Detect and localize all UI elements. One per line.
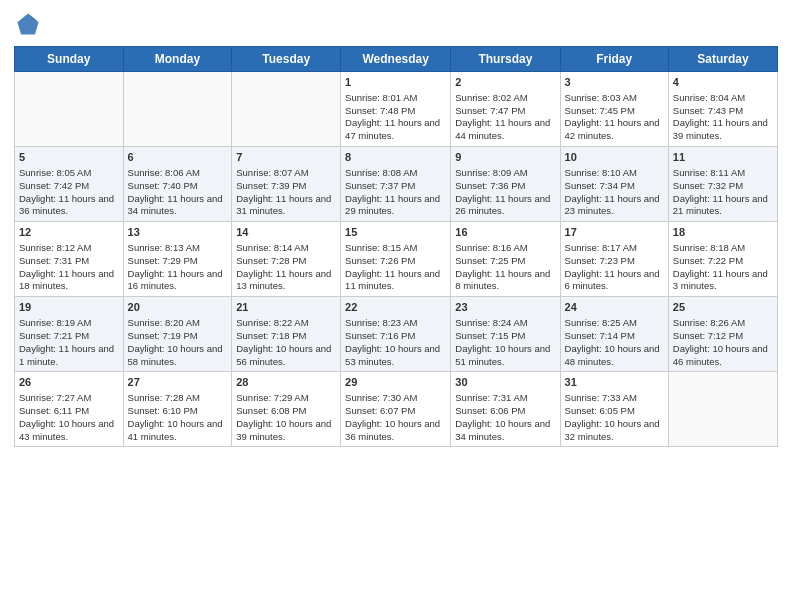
day-number: 6 bbox=[128, 150, 228, 165]
daylight-text: Daylight: 11 hours and 31 minutes. bbox=[236, 193, 336, 219]
sunrise-text: Sunrise: 8:03 AM bbox=[565, 92, 664, 105]
day-number: 15 bbox=[345, 225, 446, 240]
sunrise-text: Sunrise: 8:02 AM bbox=[455, 92, 555, 105]
sunset-text: Sunset: 7:28 PM bbox=[236, 255, 336, 268]
daylight-text: Daylight: 11 hours and 6 minutes. bbox=[565, 268, 664, 294]
daylight-text: Daylight: 10 hours and 36 minutes. bbox=[345, 418, 446, 444]
sunrise-text: Sunrise: 8:06 AM bbox=[128, 167, 228, 180]
calendar-cell: 9Sunrise: 8:09 AMSunset: 7:36 PMDaylight… bbox=[451, 147, 560, 222]
daylight-text: Daylight: 11 hours and 18 minutes. bbox=[19, 268, 119, 294]
daylight-text: Daylight: 11 hours and 16 minutes. bbox=[128, 268, 228, 294]
daylight-text: Daylight: 11 hours and 42 minutes. bbox=[565, 117, 664, 143]
day-number: 17 bbox=[565, 225, 664, 240]
sunset-text: Sunset: 7:36 PM bbox=[455, 180, 555, 193]
sunrise-text: Sunrise: 8:14 AM bbox=[236, 242, 336, 255]
calendar-cell: 30Sunrise: 7:31 AMSunset: 6:06 PMDayligh… bbox=[451, 372, 560, 447]
calendar-cell bbox=[15, 72, 124, 147]
calendar-cell: 28Sunrise: 7:29 AMSunset: 6:08 PMDayligh… bbox=[232, 372, 341, 447]
daylight-text: Daylight: 10 hours and 51 minutes. bbox=[455, 343, 555, 369]
sunset-text: Sunset: 6:11 PM bbox=[19, 405, 119, 418]
sunrise-text: Sunrise: 8:17 AM bbox=[565, 242, 664, 255]
sunset-text: Sunset: 6:10 PM bbox=[128, 405, 228, 418]
calendar-cell: 4Sunrise: 8:04 AMSunset: 7:43 PMDaylight… bbox=[668, 72, 777, 147]
sunrise-text: Sunrise: 8:13 AM bbox=[128, 242, 228, 255]
sunrise-text: Sunrise: 8:16 AM bbox=[455, 242, 555, 255]
sunrise-text: Sunrise: 8:09 AM bbox=[455, 167, 555, 180]
daylight-text: Daylight: 10 hours and 58 minutes. bbox=[128, 343, 228, 369]
sunset-text: Sunset: 7:21 PM bbox=[19, 330, 119, 343]
daylight-text: Daylight: 11 hours and 47 minutes. bbox=[345, 117, 446, 143]
day-number: 12 bbox=[19, 225, 119, 240]
calendar-cell: 17Sunrise: 8:17 AMSunset: 7:23 PMDayligh… bbox=[560, 222, 668, 297]
sunrise-text: Sunrise: 7:29 AM bbox=[236, 392, 336, 405]
sunset-text: Sunset: 7:12 PM bbox=[673, 330, 773, 343]
daylight-text: Daylight: 11 hours and 11 minutes. bbox=[345, 268, 446, 294]
sunset-text: Sunset: 7:37 PM bbox=[345, 180, 446, 193]
daylight-text: Daylight: 11 hours and 26 minutes. bbox=[455, 193, 555, 219]
daylight-text: Daylight: 10 hours and 56 minutes. bbox=[236, 343, 336, 369]
sunset-text: Sunset: 7:23 PM bbox=[565, 255, 664, 268]
sunrise-text: Sunrise: 8:12 AM bbox=[19, 242, 119, 255]
sunrise-text: Sunrise: 8:22 AM bbox=[236, 317, 336, 330]
weekday-header-monday: Monday bbox=[123, 47, 232, 72]
day-number: 13 bbox=[128, 225, 228, 240]
sunrise-text: Sunrise: 7:30 AM bbox=[345, 392, 446, 405]
sunset-text: Sunset: 6:05 PM bbox=[565, 405, 664, 418]
daylight-text: Daylight: 11 hours and 44 minutes. bbox=[455, 117, 555, 143]
sunrise-text: Sunrise: 8:23 AM bbox=[345, 317, 446, 330]
calendar-week-row: 1Sunrise: 8:01 AMSunset: 7:48 PMDaylight… bbox=[15, 72, 778, 147]
daylight-text: Daylight: 11 hours and 13 minutes. bbox=[236, 268, 336, 294]
calendar-cell: 7Sunrise: 8:07 AMSunset: 7:39 PMDaylight… bbox=[232, 147, 341, 222]
sunset-text: Sunset: 7:19 PM bbox=[128, 330, 228, 343]
day-number: 5 bbox=[19, 150, 119, 165]
day-number: 9 bbox=[455, 150, 555, 165]
daylight-text: Daylight: 11 hours and 39 minutes. bbox=[673, 117, 773, 143]
calendar-cell: 31Sunrise: 7:33 AMSunset: 6:05 PMDayligh… bbox=[560, 372, 668, 447]
calendar-cell: 12Sunrise: 8:12 AMSunset: 7:31 PMDayligh… bbox=[15, 222, 124, 297]
sunset-text: Sunset: 6:06 PM bbox=[455, 405, 555, 418]
calendar-week-row: 26Sunrise: 7:27 AMSunset: 6:11 PMDayligh… bbox=[15, 372, 778, 447]
daylight-text: Daylight: 10 hours and 46 minutes. bbox=[673, 343, 773, 369]
sunset-text: Sunset: 7:32 PM bbox=[673, 180, 773, 193]
calendar-cell: 26Sunrise: 7:27 AMSunset: 6:11 PMDayligh… bbox=[15, 372, 124, 447]
calendar-cell: 20Sunrise: 8:20 AMSunset: 7:19 PMDayligh… bbox=[123, 297, 232, 372]
sunset-text: Sunset: 7:14 PM bbox=[565, 330, 664, 343]
day-number: 26 bbox=[19, 375, 119, 390]
calendar-cell bbox=[123, 72, 232, 147]
day-number: 21 bbox=[236, 300, 336, 315]
calendar-cell: 11Sunrise: 8:11 AMSunset: 7:32 PMDayligh… bbox=[668, 147, 777, 222]
day-number: 10 bbox=[565, 150, 664, 165]
calendar-cell: 6Sunrise: 8:06 AMSunset: 7:40 PMDaylight… bbox=[123, 147, 232, 222]
sunset-text: Sunset: 7:22 PM bbox=[673, 255, 773, 268]
calendar-cell bbox=[668, 372, 777, 447]
weekday-header-sunday: Sunday bbox=[15, 47, 124, 72]
sunset-text: Sunset: 7:18 PM bbox=[236, 330, 336, 343]
calendar-week-row: 12Sunrise: 8:12 AMSunset: 7:31 PMDayligh… bbox=[15, 222, 778, 297]
sunset-text: Sunset: 7:25 PM bbox=[455, 255, 555, 268]
daylight-text: Daylight: 11 hours and 3 minutes. bbox=[673, 268, 773, 294]
day-number: 14 bbox=[236, 225, 336, 240]
sunrise-text: Sunrise: 8:19 AM bbox=[19, 317, 119, 330]
sunset-text: Sunset: 7:47 PM bbox=[455, 105, 555, 118]
sunset-text: Sunset: 7:39 PM bbox=[236, 180, 336, 193]
daylight-text: Daylight: 11 hours and 23 minutes. bbox=[565, 193, 664, 219]
calendar-cell: 18Sunrise: 8:18 AMSunset: 7:22 PMDayligh… bbox=[668, 222, 777, 297]
sunrise-text: Sunrise: 8:25 AM bbox=[565, 317, 664, 330]
weekday-header-row: SundayMondayTuesdayWednesdayThursdayFrid… bbox=[15, 47, 778, 72]
calendar-cell: 2Sunrise: 8:02 AMSunset: 7:47 PMDaylight… bbox=[451, 72, 560, 147]
day-number: 19 bbox=[19, 300, 119, 315]
sunset-text: Sunset: 7:45 PM bbox=[565, 105, 664, 118]
daylight-text: Daylight: 10 hours and 48 minutes. bbox=[565, 343, 664, 369]
sunset-text: Sunset: 7:16 PM bbox=[345, 330, 446, 343]
sunrise-text: Sunrise: 7:27 AM bbox=[19, 392, 119, 405]
sunrise-text: Sunrise: 8:10 AM bbox=[565, 167, 664, 180]
logo bbox=[14, 10, 46, 38]
day-number: 29 bbox=[345, 375, 446, 390]
calendar-cell: 19Sunrise: 8:19 AMSunset: 7:21 PMDayligh… bbox=[15, 297, 124, 372]
day-number: 1 bbox=[345, 75, 446, 90]
calendar-cell: 8Sunrise: 8:08 AMSunset: 7:37 PMDaylight… bbox=[341, 147, 451, 222]
daylight-text: Daylight: 10 hours and 32 minutes. bbox=[565, 418, 664, 444]
sunset-text: Sunset: 7:48 PM bbox=[345, 105, 446, 118]
sunset-text: Sunset: 7:26 PM bbox=[345, 255, 446, 268]
calendar-cell: 3Sunrise: 8:03 AMSunset: 7:45 PMDaylight… bbox=[560, 72, 668, 147]
